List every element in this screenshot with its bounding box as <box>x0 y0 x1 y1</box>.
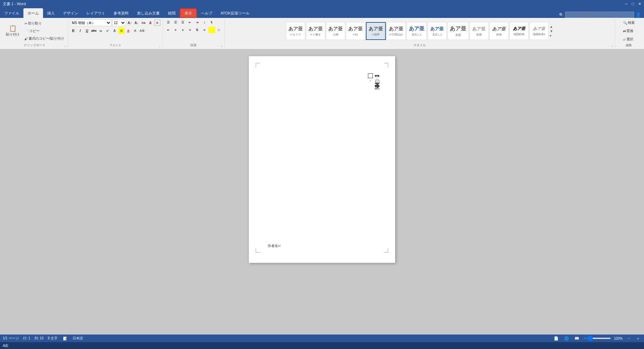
underline-button[interactable]: U <box>84 28 90 34</box>
highlight-button[interactable]: A <box>118 28 125 34</box>
cursor-arrow: ↑ <box>370 79 371 83</box>
italic-button[interactable]: I <box>77 28 83 34</box>
font-expand-button[interactable]: ⌟ <box>158 43 162 48</box>
corner-mark-tr <box>384 63 388 67</box>
style-heading1[interactable]: あア亜 見出し1 <box>407 22 427 40</box>
ruby-button[interactable]: A <box>132 28 138 34</box>
styles-scroll-up-button[interactable]: ▲ <box>549 24 553 29</box>
text-clear-button[interactable]: A <box>147 20 154 26</box>
page-footer-text[interactable]: 作者名↵ <box>268 244 281 248</box>
align-center-button[interactable]: ≡ <box>172 27 179 33</box>
subscript-button[interactable]: x₁ <box>98 28 104 34</box>
style-emphasis2[interactable]: あア亜 強調斜体2 <box>529 22 549 40</box>
style-handwriting[interactable]: あア亜 ↵ト書き <box>306 22 325 40</box>
user-icon[interactable]: 👤 <box>635 12 641 18</box>
tab-layout[interactable]: レイアウト <box>82 8 109 18</box>
copy-button[interactable]: 📄 コピー <box>23 28 66 34</box>
replace-button[interactable]: ⇄ 置換 <box>621 28 635 34</box>
close-icon[interactable]: ✕ <box>638 2 641 6</box>
cursor-box <box>368 73 373 78</box>
style-column[interactable]: あア亜 ↵柱 <box>346 22 365 40</box>
proofing-button[interactable]: 📝 <box>62 336 68 341</box>
tab-mailings[interactable]: 差し込み文書 <box>133 8 164 18</box>
line-spacing-button[interactable]: ≡ <box>201 27 208 33</box>
tab-file[interactable]: ファイル <box>0 8 23 18</box>
style-title[interactable]: あア亜 表題 <box>447 22 469 40</box>
font-color-button[interactable]: A <box>112 28 118 34</box>
style-italic[interactable]: あア亜 斜体 <box>489 22 509 40</box>
text-direction-button[interactable]: ⇅ <box>194 27 201 33</box>
align-left-button[interactable]: ⇐ <box>165 27 172 33</box>
style-heading2[interactable]: あア亜 見出し2 <box>427 22 447 40</box>
strikethrough-button[interactable]: abc <box>91 28 97 34</box>
tab-insert[interactable]: 挿入 <box>43 8 59 18</box>
list-bullet-button[interactable]: ☰ <box>165 19 172 25</box>
styles-more-button[interactable]: ▾ <box>549 33 553 38</box>
document-page[interactable]: ↑ 【一〇〇文字小説】 作者名↵ <box>249 56 395 263</box>
bold-button[interactable]: B <box>70 28 76 34</box>
style-linebreak[interactable]: あア亜 ↵行間詰め <box>387 22 406 40</box>
clipboard-expand-button[interactable]: ⌟ <box>63 43 67 48</box>
ribbon-tabs: ファイル ホーム 挿入 デザイン レイアウト 参考資料 差し込み文書 校閲 表示… <box>0 8 644 18</box>
tab-home[interactable]: ホーム <box>23 8 43 18</box>
indent-decrease-button[interactable]: ⇤ <box>187 19 193 25</box>
show-marks-button[interactable]: ¶ <box>208 19 215 25</box>
read-view-button[interactable]: 📖 <box>573 336 581 341</box>
main-area: ↑ 【一〇〇文字小説】 作者名↵ <box>0 49 644 335</box>
paste-icon: 📋 <box>9 25 17 31</box>
language-label: 日本語 <box>73 336 83 341</box>
clear-format-button[interactable]: Aa <box>140 20 147 26</box>
group-font: MS 明朝（本） 12 A↑ A↓ Aa A A B I U abc x₁ <box>68 19 163 48</box>
tab-review[interactable]: 校閲 <box>164 8 180 18</box>
indent-increase-button[interactable]: ⇥ <box>194 19 201 25</box>
corner-mark-br <box>384 248 388 253</box>
sort-button[interactable]: ↕ <box>201 19 208 25</box>
style-subtitle[interactable]: あア亜 副題 <box>469 22 489 40</box>
superscript-button[interactable]: x¹ <box>105 28 111 34</box>
format-copy-button[interactable]: 🖌 書式のコピー/貼り付け <box>23 35 66 42</box>
styles-scroll-down-button[interactable]: ▼ <box>549 29 553 33</box>
cut-button[interactable]: ✂ 切り取り <box>23 20 66 27</box>
text-color-button[interactable]: A <box>125 28 131 34</box>
tab-view[interactable]: 表示 <box>180 8 197 18</box>
print-layout-button[interactable]: 📄 <box>552 336 560 341</box>
emphasis-mark-button[interactable]: A⊙ <box>139 28 145 34</box>
multilevel-list-button[interactable]: ☰ <box>179 19 186 25</box>
zoom-in-button[interactable]: ＋ <box>635 335 641 342</box>
tab-help[interactable]: ヘルプ <box>197 8 217 18</box>
vertical-text-area[interactable]: 【一〇〇文字小説】 <box>373 73 381 83</box>
search-button[interactable]: 🔍 検索 <box>621 19 636 26</box>
align-right-button[interactable]: ≡ <box>179 27 186 33</box>
style-person[interactable]: あア亜 人物 <box>326 22 345 40</box>
style-serif[interactable]: あア亜 ↵セリフ <box>286 22 305 40</box>
font-size-select[interactable]: 12 <box>112 19 126 26</box>
zoom-out-button[interactable]: － <box>625 335 632 342</box>
zoom-slider[interactable] <box>583 338 611 339</box>
font-name-select[interactable]: MS 明朝（本） <box>70 19 112 26</box>
web-view-button[interactable]: 🌐 <box>563 336 570 341</box>
clipboard-small-btns: ✂ 切り取り 📄 コピー 🖌 書式のコピー/貼り付け <box>23 20 66 42</box>
font-shrink-button[interactable]: A↓ <box>134 20 140 26</box>
tab-design[interactable]: デザイン <box>59 8 82 18</box>
text-cursor: ↑ <box>368 73 373 83</box>
clipboard-label: クリップボード <box>24 43 45 48</box>
paste-button[interactable]: 📋 貼り付け <box>3 22 22 40</box>
shading-button[interactable] <box>208 27 215 33</box>
styles-expand-button[interactable]: ⌟ <box>610 43 614 48</box>
style-standard[interactable]: あア亜 ↵標準 <box>366 22 386 40</box>
style-emphasis[interactable]: あア亜 強調斜体 <box>509 22 529 40</box>
minimize-icon[interactable]: ─ <box>625 2 628 6</box>
tab-references[interactable]: 参考資料 <box>109 8 133 18</box>
border-button[interactable]: □ <box>215 27 222 33</box>
command-search-input[interactable] <box>565 12 634 18</box>
maximize-icon[interactable]: □ <box>632 2 634 6</box>
list-number-button[interactable]: ☰ <box>172 19 179 25</box>
replace-icon: ⇄ <box>623 29 626 33</box>
tab-atok[interactable]: ATOK拡張ツール <box>217 8 254 18</box>
font-dia-button[interactable]: A <box>154 20 160 26</box>
justify-button[interactable]: ≡ <box>187 27 193 33</box>
group-paragraph: ☰ ☰ ☰ ⇤ ⇥ ↕ ¶ ⇐ ≡ ≡ ≡ ⇅ ≡ □ <box>163 19 225 48</box>
font-grow-button[interactable]: A↑ <box>127 20 133 26</box>
select-button[interactable]: ▱ 選択 <box>621 36 635 43</box>
para-expand-button[interactable]: ⌟ <box>220 43 224 48</box>
